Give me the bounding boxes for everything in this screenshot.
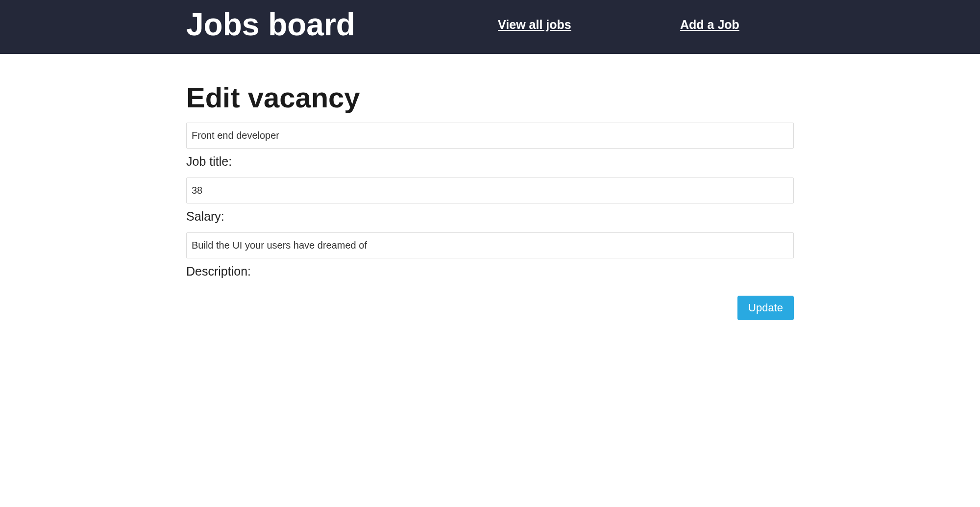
description-input[interactable] — [186, 232, 794, 258]
description-group: Description: — [186, 232, 794, 279]
navbar: Jobs board View all jobs Add a Job — [0, 0, 980, 54]
nav-link-add-a-job[interactable]: Add a Job — [680, 18, 739, 32]
salary-label: Salary: — [186, 209, 794, 224]
description-label: Description: — [186, 264, 794, 279]
salary-input[interactable] — [186, 177, 794, 203]
update-button[interactable]: Update — [737, 296, 794, 320]
brand-title: Jobs board — [186, 7, 355, 42]
nav-link-view-all-jobs[interactable]: View all jobs — [498, 18, 571, 32]
button-row: Update — [186, 296, 794, 320]
page-title: Edit vacancy — [186, 81, 794, 114]
nav-links: View all jobs Add a Job — [394, 18, 794, 32]
job-title-input[interactable] — [186, 123, 794, 149]
salary-group: Salary: — [186, 177, 794, 224]
main-container: Edit vacancy Job title: Salary: Descript… — [176, 81, 804, 320]
job-title-group: Job title: — [186, 123, 794, 169]
job-title-label: Job title: — [186, 154, 794, 169]
